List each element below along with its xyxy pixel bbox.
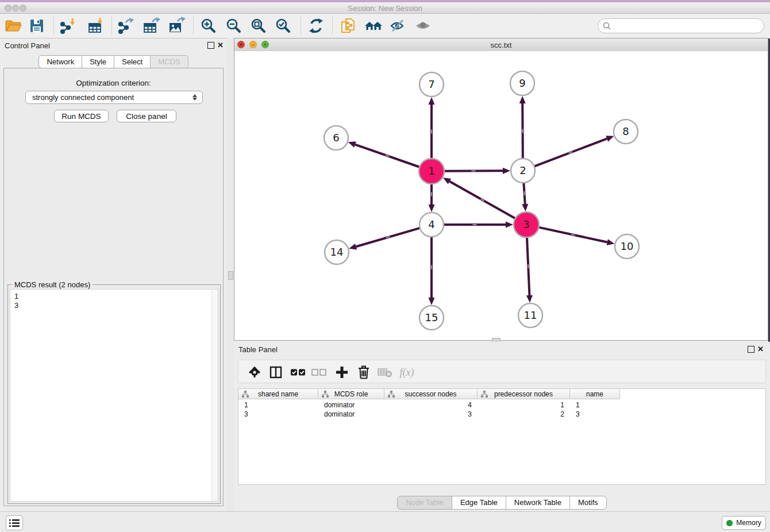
run-mcds-button[interactable]: Run MCDS [54, 110, 109, 122]
table-cell[interactable]: 3 [570, 410, 620, 419]
fit-content-icon[interactable] [249, 16, 268, 36]
first-neighbors-icon[interactable] [364, 16, 383, 36]
table-tab-motifs[interactable]: Motifs [569, 496, 607, 510]
close-panel-icon[interactable]: ✕ [217, 43, 224, 48]
graph-node-label: 14 [330, 246, 344, 258]
edge-arrowhead [348, 141, 356, 147]
column-header-label: shared name [258, 390, 298, 398]
column-header-label: MCDS role [334, 390, 368, 398]
close-panel-button[interactable]: Close panel [117, 110, 176, 122]
column-header-predecessor-nodes[interactable]: predecessor nodes [478, 389, 570, 399]
import-network-icon[interactable] [58, 16, 78, 36]
edge-arrowhead [429, 298, 435, 305]
refresh-icon[interactable] [306, 16, 326, 36]
clone-network-icon[interactable] [338, 16, 358, 36]
memory-label: Memory [736, 519, 761, 527]
zoom-out-icon[interactable] [224, 16, 244, 36]
vertical-splitter[interactable] [227, 38, 234, 511]
export-network-icon[interactable] [116, 16, 136, 36]
edge-arrowhead [429, 97, 435, 105]
graph-node-label: 7 [428, 78, 434, 90]
hide-selected-icon[interactable] [388, 16, 408, 36]
vertical-splitter-handle[interactable] [228, 271, 233, 280]
table-cell[interactable]: 1 [238, 400, 318, 410]
export-table-icon[interactable] [141, 16, 161, 36]
control-tab-network[interactable]: Network [38, 55, 82, 68]
control-panel-tabs: NetworkStyleSelectMCDS [0, 55, 227, 68]
control-tab-style[interactable]: Style [82, 55, 114, 68]
show-all-icon[interactable] [414, 16, 433, 36]
node-table: shared nameMCDS rolesuccessor nodesprede… [238, 388, 766, 485]
table-settings-icon[interactable] [247, 365, 262, 380]
zoom-in-icon[interactable] [199, 16, 218, 36]
save-session-icon[interactable] [27, 16, 47, 36]
task-history-button[interactable] [6, 515, 23, 530]
import-table-icon[interactable] [86, 16, 105, 36]
graph-node-label: 11 [524, 309, 537, 321]
network-canvas[interactable]: 7968124314101511 [234, 51, 768, 340]
table-float-icon[interactable] [748, 346, 754, 353]
toolbar-separator [53, 17, 54, 34]
criterion-dropdown[interactable]: strongly connected component [25, 91, 203, 104]
toolbar-separator [111, 17, 112, 34]
deselect-all-columns-icon[interactable] [311, 365, 326, 380]
control-panel-header: Control Panel ✕ [0, 38, 227, 53]
table-cell[interactable]: 4 [384, 400, 478, 410]
toggle-panel-icon[interactable] [268, 365, 283, 380]
search-icon [603, 22, 611, 30]
add-column-icon[interactable] [334, 365, 349, 380]
network-graph[interactable]: 7968124314101511 [234, 51, 768, 340]
dropdown-stepper-icon [192, 94, 197, 101]
edge-arrowhead [349, 244, 357, 250]
table-cell[interactable]: dominator [318, 400, 384, 410]
column-type-icon [242, 391, 249, 398]
table-cell[interactable]: 1 [570, 400, 620, 410]
table-toolbar: f(x) [238, 360, 766, 383]
function-builder-icon[interactable]: f(x) [399, 365, 414, 380]
mcds-result-group: MCDS result (2 nodes) 1 3 [7, 284, 221, 504]
delete-column-icon[interactable] [356, 365, 371, 380]
mcds-result-box[interactable]: 1 3 [10, 289, 218, 502]
memory-button[interactable]: Memory [722, 516, 766, 530]
result-scrollbar[interactable] [211, 290, 218, 501]
column-header-name[interactable]: name [570, 389, 620, 399]
float-panel-icon[interactable] [207, 42, 214, 49]
column-type-icon [481, 391, 488, 398]
mcds-result-lines: 1 3 [10, 290, 218, 310]
zoom-selected-icon[interactable] [274, 16, 293, 36]
graph-node-label: 2 [519, 164, 526, 176]
control-tab-mcds[interactable]: MCDS [150, 55, 188, 68]
table-close-icon[interactable]: ✕ [757, 346, 764, 352]
table-tab-edge-table[interactable]: Edge Table [452, 496, 506, 510]
table-tab-network-table[interactable]: Network Table [506, 496, 570, 510]
criterion-value: strongly connected component [32, 93, 192, 102]
table-cell[interactable]: 2 [478, 410, 570, 419]
search-input[interactable] [614, 21, 764, 31]
search-box[interactable] [598, 18, 764, 33]
title-bar[interactable]: Session: New Session [0, 2, 770, 14]
table-cell[interactable]: 3 [384, 410, 478, 419]
application-window: Session: New Session [0, 0, 770, 532]
open-session-icon[interactable] [3, 16, 23, 36]
column-header-shared-name[interactable]: shared name [238, 389, 318, 399]
select-all-columns-icon[interactable] [290, 365, 305, 380]
table-cell[interactable]: dominator [318, 410, 384, 419]
graph-node-label: 9 [519, 77, 525, 89]
edge-arrowhead [607, 239, 615, 245]
table-tab-node-table[interactable]: Node Table [397, 496, 452, 510]
toolbar-separator [301, 17, 301, 34]
table-cell[interactable]: 3 [238, 410, 318, 419]
column-header-successor-nodes[interactable]: successor nodes [384, 389, 478, 399]
memory-status-icon [726, 520, 733, 526]
column-header-label: name [586, 390, 603, 398]
export-image-icon[interactable] [167, 16, 186, 36]
column-header-MCDS-role[interactable]: MCDS role [318, 389, 384, 399]
edge-arrowhead [519, 96, 526, 103]
delete-table-icon[interactable] [378, 365, 392, 380]
control-tab-select[interactable]: Select [114, 55, 151, 68]
table-cell[interactable]: 1 [478, 400, 570, 410]
network-window-titlebar[interactable]: ✕ – + scc.txt [234, 38, 768, 52]
list-icon [9, 519, 20, 527]
column-type-icon [388, 391, 395, 398]
graph-node-label: 1 [428, 165, 434, 177]
